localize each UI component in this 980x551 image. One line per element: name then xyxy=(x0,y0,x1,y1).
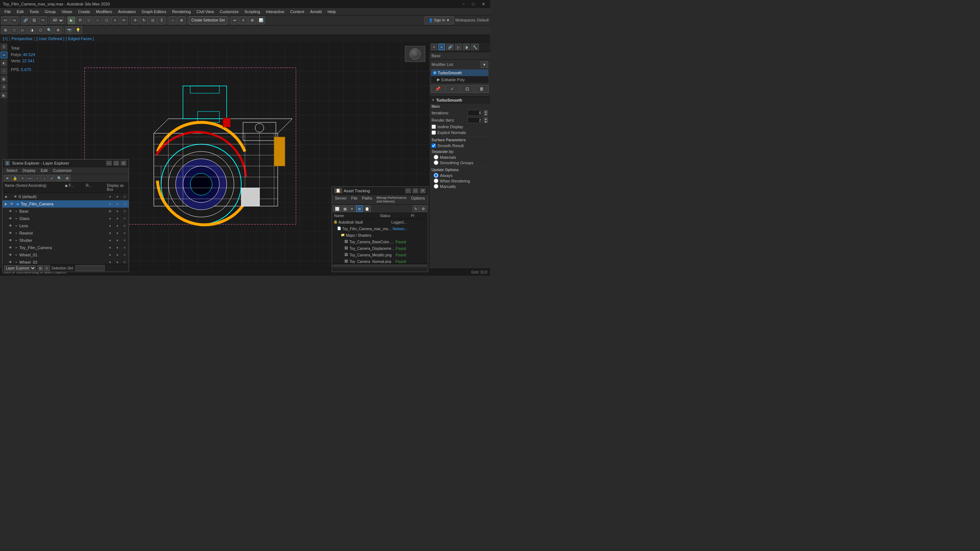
se-row-wheel01[interactable]: 👁 ▪ Wheel_01 ● ● ≡ xyxy=(3,251,129,259)
se-row-0-default[interactable]: ◈ 👁 0 (default) ● ● ≡ xyxy=(3,193,129,200)
iterations-input[interactable] xyxy=(468,110,482,116)
scale2-btn[interactable]: 3 xyxy=(158,16,165,24)
se-explorer-type-select[interactable]: Layer Explorer xyxy=(4,265,36,271)
ls-icon-0[interactable]: ☰ xyxy=(1,44,7,50)
maximize-btn[interactable]: □ xyxy=(470,2,477,6)
smooth-result-checkbox[interactable] xyxy=(431,143,436,148)
at-menu-paths[interactable]: Paths xyxy=(360,195,374,203)
at-row-metallic[interactable]: 🖼 Toy_Camera_Metallic.png Found xyxy=(332,252,428,258)
render-activeshade-btn[interactable]: ◑ xyxy=(28,26,36,34)
se-row-toy-film-camera-sub[interactable]: 👁 ▪ Toy_Film_Camera ● ● ≡ xyxy=(3,244,129,251)
redo-btn[interactable]: ↪ xyxy=(10,16,18,24)
ls-icon-4[interactable]: ▦ xyxy=(1,76,7,82)
render-iters-input[interactable] xyxy=(468,117,482,123)
select-name-btn[interactable]: H xyxy=(76,16,84,24)
always-radio[interactable] xyxy=(434,173,438,178)
vp-edged-faces[interactable]: [ Edged Faces ] xyxy=(66,37,94,41)
ref-coord-btn[interactable]: ↔ xyxy=(169,16,177,24)
navigator-widget[interactable] xyxy=(405,46,425,62)
menu-animation[interactable]: Animation xyxy=(115,9,139,14)
se-menu-select[interactable]: Select xyxy=(4,168,20,173)
menu-file[interactable]: File xyxy=(2,9,14,14)
when-rendering-radio[interactable] xyxy=(434,178,438,183)
se-tb-unfold-btn[interactable]: ⤢ xyxy=(48,175,55,181)
iterations-down[interactable]: ▼ xyxy=(484,113,488,116)
se-menu-customize[interactable]: Customize xyxy=(51,168,74,173)
minimize-btn[interactable]: − xyxy=(460,2,467,6)
manually-radio[interactable] xyxy=(434,184,438,189)
render-region-btn[interactable]: ⬡ xyxy=(37,26,45,34)
se-content[interactable]: ◈ 👁 0 (default) ● ● ≡ ▶ 👁 ◆ Toy_Film_Cam… xyxy=(3,193,129,264)
se-row-toy-film-camera[interactable]: ▶ 👁 ◆ Toy_Film_Camera ● ● ≡ xyxy=(3,200,129,208)
rp-motion-btn[interactable]: ▷ xyxy=(455,44,462,50)
close-btn[interactable]: ✕ xyxy=(480,2,487,6)
se-footer-icon-2[interactable]: ≡ xyxy=(44,265,50,271)
select-rect-btn[interactable]: □ xyxy=(85,16,93,24)
menu-views[interactable]: Views xyxy=(59,9,75,14)
menu-graph-editors[interactable]: Graph Editors xyxy=(139,9,169,14)
se-tb-lock-btn[interactable]: 🔒 xyxy=(11,175,19,181)
camera-btn[interactable]: 📷 xyxy=(65,26,73,34)
sign-in-btn[interactable]: 👤 Sign In ▼ xyxy=(425,16,454,24)
se-close-btn[interactable]: ✕ xyxy=(121,160,126,166)
se-row-rewind[interactable]: 👁 ▪ Rewind ● ● ≡ xyxy=(3,229,129,237)
menu-interactive[interactable]: Interactive xyxy=(263,9,288,14)
at-row-vault[interactable]: 🔒 Autodesk Vault Logged... xyxy=(332,219,428,225)
turbosmooth-section-title[interactable]: TurboSmooth xyxy=(429,96,490,104)
ls-icon-3[interactable]: ⬡ xyxy=(1,68,7,74)
at-maximize-btn[interactable]: □ xyxy=(412,188,418,194)
mirror-btn[interactable]: ⇔ xyxy=(231,16,239,24)
layer-btn[interactable]: ⊞ xyxy=(248,16,256,24)
vp-user-defined[interactable]: [ User Defined ] xyxy=(37,37,64,41)
graph-btn[interactable]: 📊 xyxy=(257,16,265,24)
se-tb-search-btn[interactable]: 🔍 xyxy=(56,175,63,181)
at-row-normal[interactable]: 🖼 Toy_Camera_Normal.png Found xyxy=(332,258,428,263)
render-iters-down[interactable]: ▼ xyxy=(484,120,488,123)
select-circle-btn[interactable]: ○ xyxy=(94,16,102,24)
light-btn[interactable]: 💡 xyxy=(74,26,82,34)
smoothing-groups-radio[interactable] xyxy=(434,160,438,165)
unlink-btn[interactable]: ⛓ xyxy=(30,16,38,24)
at-row-max-file[interactable]: 📄 Toy_Film_Camera_max_vray.max Networ... xyxy=(332,225,428,232)
align-btn[interactable]: ≡ xyxy=(239,16,247,24)
menu-content[interactable]: Content xyxy=(287,9,307,14)
select-paint-btn[interactable]: ✏ xyxy=(120,16,128,24)
bind-space-warp-btn[interactable]: 〜 xyxy=(39,16,47,24)
at-menu-file[interactable]: File xyxy=(350,195,359,203)
select-btn[interactable]: ▶ xyxy=(67,16,75,24)
move-btn[interactable]: ✛ xyxy=(131,16,139,24)
mod-pin-btn[interactable]: 📌 xyxy=(431,85,445,93)
at-menu-bitmap[interactable]: Bitmap Performance and Memory xyxy=(375,195,408,203)
se-row-base[interactable]: 👁 ▪ Base ⊞ ● ≡ xyxy=(3,208,129,215)
ls-icon-1[interactable]: ⊞ xyxy=(1,52,7,58)
se-tb-settings-btn[interactable]: ⚙ xyxy=(64,175,70,181)
modifier-editable-poly[interactable]: ▶ Editable Poly xyxy=(431,76,488,83)
render-setup-btn[interactable]: ⊞ xyxy=(2,26,10,34)
scale-btn[interactable]: ⊡ xyxy=(149,16,157,24)
at-row-maps[interactable]: 📁 Maps / Shaders xyxy=(332,232,428,238)
menu-tools[interactable]: Tools xyxy=(27,9,42,14)
select-fence-btn[interactable]: ⬠ xyxy=(102,16,110,24)
modifier-list-dropdown-btn[interactable]: ▼ xyxy=(481,61,488,68)
se-footer-icon-1[interactable]: ⊞ xyxy=(38,265,43,271)
isoline-display-checkbox[interactable] xyxy=(431,125,436,129)
se-row-wheel02[interactable]: 👁 ▪ Wheel_02 ● ● ≡ xyxy=(3,259,129,264)
rotate-btn[interactable]: ↻ xyxy=(140,16,148,24)
at-tb-settings-btn[interactable]: ⚙ xyxy=(420,205,426,212)
mod-enable-btn[interactable]: ✓ xyxy=(445,85,459,93)
undo-btn[interactable]: ↩ xyxy=(2,16,10,24)
render-frame-btn[interactable]: □ xyxy=(10,26,18,34)
select-lasso-btn[interactable]: ⌖ xyxy=(111,16,119,24)
at-tb-btn1[interactable]: ⬜ xyxy=(334,205,341,212)
at-tb-btn3[interactable]: ≡ xyxy=(349,205,355,212)
menu-scripting[interactable]: Scripting xyxy=(242,9,263,14)
menu-create[interactable]: Create xyxy=(75,9,93,14)
at-row-basecolor[interactable]: 🖼 Toy_Camera_BaseColor.png Found xyxy=(332,238,428,245)
materials-radio[interactable] xyxy=(434,155,438,159)
create-selection-set-btn[interactable]: Create Selection Set xyxy=(189,16,228,24)
ls-icon-6[interactable]: ⬕ xyxy=(1,92,7,98)
render-prod-btn[interactable]: ▷ xyxy=(19,26,27,34)
menu-edit[interactable]: Edit xyxy=(14,9,27,14)
at-tb-btn2[interactable]: ▦ xyxy=(342,205,348,212)
vp-perspective[interactable]: Perspective xyxy=(12,37,32,41)
